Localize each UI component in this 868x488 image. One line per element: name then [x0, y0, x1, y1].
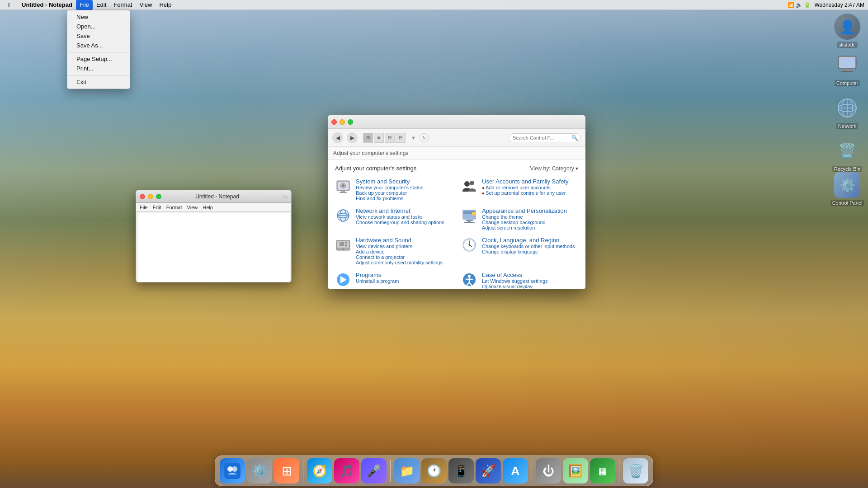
- notepad-menu-file[interactable]: File: [138, 205, 149, 210]
- cp-cat-sub-appearance-1[interactable]: Change the theme: [482, 214, 567, 220]
- cp-category-system: System and Security Review your computer…: [335, 178, 452, 201]
- cp-cat-title-programs[interactable]: Programs: [356, 272, 399, 278]
- dock-item-launchpad[interactable]: ⊞: [274, 458, 299, 483]
- menu-view[interactable]: View: [136, 0, 156, 10]
- dock-item-trash[interactable]: 🗑️: [623, 458, 648, 483]
- cp-dropdown-btn[interactable]: ▼: [411, 135, 416, 141]
- cp-refresh-btn[interactable]: ↻: [420, 133, 429, 142]
- cp-cat-sub-clock-2[interactable]: Change display language: [482, 249, 575, 254]
- win-close-btn[interactable]: [140, 194, 145, 199]
- menu-item-saveas[interactable]: Save As...: [67, 41, 130, 50]
- win-maximize-btn[interactable]: [156, 194, 161, 199]
- svg-rect-36: [345, 244, 347, 244]
- cp-cat-sub-hardware-3[interactable]: Connect to a projector: [356, 254, 443, 260]
- menu-format[interactable]: Format: [110, 0, 136, 10]
- menu-item-save[interactable]: Save: [67, 31, 130, 41]
- notepad-menu-view[interactable]: View: [186, 205, 199, 210]
- menu-item-pagesetup[interactable]: Page Setup...: [67, 54, 130, 64]
- menu-separator-2: [67, 75, 130, 75]
- menu-item-new[interactable]: New: [67, 12, 130, 22]
- menu-item-exit[interactable]: Exit: [67, 77, 130, 87]
- apple-menu[interactable]: : [0, 1, 18, 9]
- cp-cat-sub-ease-1[interactable]: Let Windows suggest settings: [482, 278, 548, 284]
- cp-search-input[interactable]: [513, 135, 571, 141]
- cp-view-tile-btn[interactable]: ⊟: [396, 133, 406, 143]
- dock-separator-4: [619, 460, 619, 482]
- cp-icon-users: [461, 178, 477, 194]
- cp-cat-sub-network-1[interactable]: View network status and tasks: [356, 214, 444, 220]
- cp-minimize-btn[interactable]: [340, 119, 345, 125]
- svg-rect-3: [841, 71, 853, 72]
- notepad-menu-edit[interactable]: Edit: [151, 205, 163, 210]
- dock-item-appstore[interactable]: A: [503, 458, 528, 483]
- cp-cat-sub-system-3[interactable]: Find and fix problems: [356, 196, 423, 201]
- cp-view-detail-btn[interactable]: ⊟: [385, 133, 395, 143]
- dock-item-files[interactable]: 📁: [394, 458, 420, 483]
- dock-item-siri[interactable]: 🎤: [361, 458, 387, 483]
- desktop-icon-controlpanel[interactable]: ⚙️ Control Panel: [829, 172, 865, 206]
- dock-item-preview[interactable]: 🖼️: [563, 458, 588, 483]
- dock-item-timemachine[interactable]: 🕐: [421, 458, 447, 483]
- cp-cat-sub-hardware-1[interactable]: View devices and printers: [356, 244, 443, 249]
- cp-back-btn[interactable]: ◀: [332, 132, 343, 143]
- notepad-menubar: File Edit Format View Help: [136, 203, 291, 212]
- cp-cat-sub-programs-1[interactable]: Uninstall a program: [356, 278, 399, 284]
- desktop-icon-network[interactable]: Network: [829, 95, 865, 129]
- notepad-textarea[interactable]: [137, 213, 290, 282]
- dock-item-power[interactable]: ⏻: [536, 458, 561, 483]
- dock-item-finder[interactable]: [220, 458, 245, 483]
- dock-item-rocket[interactable]: 🚀: [476, 458, 501, 483]
- cp-cat-title-network[interactable]: Network and Internet: [356, 207, 444, 214]
- cp-cat-sub-hardware-2[interactable]: Add a device: [356, 249, 443, 254]
- menubar-icons: 📶 🔈 🔋: [788, 2, 811, 8]
- cp-cat-title-appearance[interactable]: Appearance and Personalization: [482, 207, 567, 214]
- cp-view-by[interactable]: View by: Category ▾: [530, 165, 578, 172]
- svg-rect-50: [224, 463, 241, 479]
- svg-point-22: [337, 210, 349, 221]
- notepad-menu-help[interactable]: Help: [201, 205, 214, 210]
- menu-edit[interactable]: Edit: [93, 0, 110, 10]
- cp-forward-btn[interactable]: ▶: [347, 132, 358, 143]
- notepad-resize-btn[interactable]: ▭: [283, 193, 288, 199]
- notepad-window-bg[interactable]: Untitled - Notepad ▭ File Edit Format Vi…: [136, 190, 292, 282]
- desktop-icon-computer[interactable]: Computer: [829, 52, 865, 86]
- win-minimize-btn[interactable]: [148, 194, 153, 199]
- cp-cat-sub-hardware-4[interactable]: Adjust commonly used mobility settings: [356, 260, 443, 265]
- notepad-menu-format[interactable]: Format: [165, 205, 184, 210]
- dock-item-simulator[interactable]: 📱: [448, 458, 474, 483]
- cp-cat-title-hardware[interactable]: Hardware and Sound: [356, 237, 443, 244]
- desktop-icon-recycle[interactable]: 🗑️ Recycle Bin: [829, 138, 865, 172]
- notepad-content-area[interactable]: [137, 213, 290, 282]
- dock-item-safari[interactable]: 🧭: [307, 458, 332, 483]
- cp-cat-title-users[interactable]: User Accounts and Family Safety: [482, 178, 568, 185]
- cp-search-box[interactable]: 🔍: [509, 133, 581, 142]
- cp-view-list-btn[interactable]: ≡: [374, 133, 384, 143]
- menu-help[interactable]: Help: [156, 0, 175, 10]
- cp-close-btn[interactable]: [331, 119, 337, 125]
- cp-cat-title-ease[interactable]: Ease of Access: [482, 272, 548, 278]
- cp-search-icon[interactable]: 🔍: [571, 135, 578, 141]
- cp-cat-title-clock[interactable]: Clock, Language, and Region: [482, 237, 575, 244]
- dock-separator-1: [303, 460, 303, 482]
- cp-view-grid-btn[interactable]: ⊞: [363, 133, 373, 143]
- cp-cat-sub-network-2[interactable]: Choose homegroup and sharing options: [356, 220, 444, 225]
- menu-item-print[interactable]: Print...: [67, 64, 130, 73]
- desktop-icon-user[interactable]: 👤 skstpde: [829, 14, 865, 48]
- app-name: Untitled - Notepad: [18, 0, 76, 10]
- cp-maximize-btn[interactable]: [348, 119, 353, 125]
- menu-item-open[interactable]: Open...: [67, 22, 130, 31]
- cp-cat-sub-appearance-3[interactable]: Adjust screen resolution: [482, 225, 567, 230]
- cp-cat-sub-users-1[interactable]: ● Add or remove user accounts: [482, 185, 568, 190]
- cp-cat-sub-system-2[interactable]: Back up your computer: [356, 190, 423, 196]
- dock-item-sysprefs[interactable]: ⚙️: [247, 458, 272, 483]
- dock-item-mosaic[interactable]: ▦: [590, 458, 615, 483]
- dock-item-itunes[interactable]: 🎵: [334, 458, 359, 483]
- cp-cat-sub-users-2[interactable]: ● Set up parental controls for any user: [482, 190, 568, 196]
- cp-category-programs: Programs Uninstall a program: [335, 272, 452, 289]
- cp-cat-sub-system-1[interactable]: Review your computer's status: [356, 185, 423, 190]
- cp-cat-title-system[interactable]: System and Security: [356, 178, 423, 185]
- cp-cat-sub-appearance-2[interactable]: Change desktop background: [482, 220, 567, 225]
- menu-file[interactable]: File: [76, 0, 93, 10]
- cp-cat-sub-ease-2[interactable]: Optimize visual display: [482, 284, 548, 289]
- cp-cat-sub-clock-1[interactable]: Change keyboards or other input methods: [482, 244, 575, 249]
